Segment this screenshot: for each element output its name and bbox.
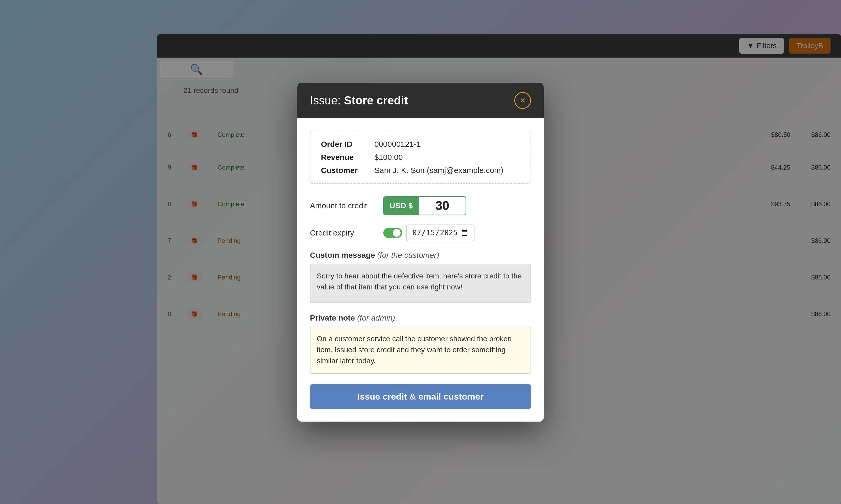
revenue-label: Revenue [321, 153, 368, 162]
modal-body: Order ID 000000121-1 Revenue $100.00 Cus… [297, 118, 544, 421]
expiry-row: Credit expiry [310, 224, 531, 241]
modal-close-button[interactable]: × [514, 92, 531, 109]
toggle-group [383, 224, 475, 241]
custom-message-section: Custom message (for the customer) Sorry … [310, 251, 531, 313]
amount-label: Amount to credit [310, 201, 383, 210]
customer-row: Customer Sam J. K. Son (samj@example.com… [321, 166, 520, 175]
revenue-row: Revenue $100.00 [321, 153, 520, 162]
custom-message-label: Custom message (for the customer) [310, 251, 531, 259]
modal-title: Issue: Store credit [310, 94, 408, 107]
private-note-label: Private note (for admin) [310, 313, 531, 322]
expiry-label: Credit expiry [310, 229, 383, 237]
private-note-textarea[interactable]: On a customer service call the customer … [310, 327, 531, 374]
order-info-box: Order ID 000000121-1 Revenue $100.00 Cus… [310, 131, 531, 184]
customer-value: Sam J. K. Son (samj@example.com) [374, 166, 503, 175]
amount-input[interactable] [419, 196, 466, 215]
order-id-label: Order ID [321, 140, 368, 149]
order-id-row: Order ID 000000121-1 [321, 140, 520, 149]
expiry-date-input[interactable] [406, 224, 475, 241]
store-credit-modal: Issue: Store credit × Order ID 000000121… [297, 83, 544, 421]
order-id-value: 000000121-1 [374, 140, 421, 149]
custom-message-textarea[interactable]: Sorry to hear about the defective item; … [310, 264, 531, 303]
currency-badge: USD $ [383, 196, 419, 215]
amount-row: Amount to credit USD $ [310, 196, 531, 215]
private-note-section: Private note (for admin) On a customer s… [310, 313, 531, 384]
revenue-value: $100.00 [374, 153, 403, 162]
modal-overlay: Issue: Store credit × Order ID 000000121… [0, 0, 841, 504]
submit-button[interactable]: Issue credit & email customer [310, 384, 531, 409]
modal-header: Issue: Store credit × [297, 83, 544, 118]
toggle-thumb [393, 229, 400, 237]
customer-label: Customer [321, 166, 368, 175]
toggle-track [383, 228, 402, 238]
amount-input-group: USD $ [383, 196, 466, 215]
expiry-toggle[interactable] [383, 228, 402, 238]
